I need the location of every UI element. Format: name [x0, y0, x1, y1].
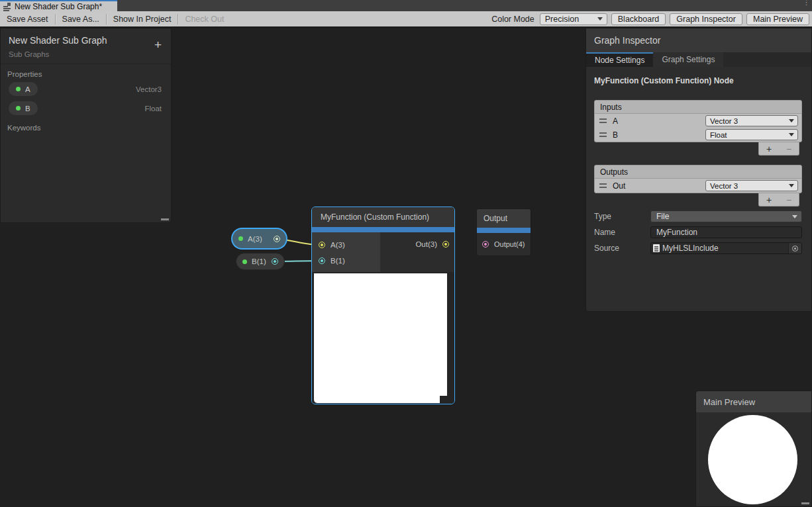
show-in-project-button[interactable]: Show In Project	[107, 11, 178, 26]
source-object-field[interactable]: MyHLSLInclude	[650, 242, 802, 254]
drag-handle-icon[interactable]	[599, 183, 607, 188]
color-mode-value: Precision	[545, 15, 579, 24]
name-value: MyFunction	[656, 228, 697, 237]
chevron-down-icon	[789, 184, 794, 187]
property-node-a-port[interactable]	[274, 236, 280, 242]
panel-resize-handle[interactable]	[801, 502, 809, 504]
precision-bar	[312, 227, 454, 232]
graph-inspector-panel: Graph Inspector Node Settings Graph Sett…	[585, 28, 812, 312]
custom-function-node-title[interactable]: MyFunction (Custom Function)	[312, 207, 454, 227]
document-icon	[653, 244, 660, 252]
outputs-list: Outputs Out Vector 3	[594, 165, 802, 193]
input-a-type-value: Vector 3	[710, 117, 738, 125]
type-dropdown[interactable]: File	[650, 210, 802, 222]
chevron-down-icon	[597, 17, 603, 21]
exposed-dot-icon	[16, 106, 21, 111]
property-node-a[interactable]: A(3)	[232, 229, 286, 248]
precision-bar	[477, 228, 531, 233]
input-a-type-dropdown[interactable]: Vector 3	[705, 115, 798, 126]
blackboard-panel: New Shader Sub Graph Sub Graphs + Proper…	[0, 28, 172, 223]
port-icon[interactable]	[319, 257, 325, 264]
drag-handle-icon[interactable]	[599, 132, 607, 137]
save-asset-button[interactable]: Save Asset	[0, 11, 55, 26]
port-icon[interactable]	[482, 241, 489, 248]
output-node[interactable]: Output Output(4)	[476, 208, 531, 256]
panel-resize-handle[interactable]	[161, 218, 169, 220]
name-label: Name	[594, 228, 650, 237]
input-port-b[interactable]: B(1)	[319, 257, 345, 265]
output-type-dropdown[interactable]: Vector 3	[705, 180, 798, 191]
document-tab[interactable]: New Shader Sub Graph*	[0, 0, 117, 11]
custom-function-node[interactable]: MyFunction (Custom Function) A(3) B(1) O…	[311, 207, 455, 404]
node-ports: A(3) B(1) Out(3)	[312, 232, 454, 272]
blackboard-subtitle: Sub Graphs	[9, 50, 163, 58]
input-name: B	[613, 130, 618, 140]
chevron-down-icon	[789, 119, 794, 122]
input-port-b-label: B(1)	[330, 257, 345, 265]
property-node-b-port[interactable]	[272, 258, 278, 265]
add-output-button[interactable]: +	[759, 193, 779, 206]
shader-graph-icon	[3, 3, 11, 11]
name-field-row: Name MyFunction	[594, 226, 802, 238]
object-picker-button[interactable]	[788, 243, 801, 254]
main-preview-body[interactable]	[696, 412, 811, 506]
input-port-a[interactable]: A(3)	[319, 241, 345, 249]
main-preview-title[interactable]: Main Preview	[696, 391, 811, 412]
window-menu-icon[interactable]: ⋮	[803, 1, 807, 4]
blackboard-title: New Shader Sub Graph	[9, 35, 163, 46]
add-input-button[interactable]: +	[759, 142, 779, 155]
drag-handle-icon[interactable]	[599, 118, 607, 123]
output-port-out[interactable]: Out(3)	[415, 240, 449, 248]
preview-sphere	[708, 415, 797, 504]
tab-node-settings[interactable]: Node Settings	[586, 52, 653, 67]
tab-graph-settings[interactable]: Graph Settings	[653, 52, 723, 67]
outputs-add-remove: + −	[758, 193, 799, 207]
property-node-b-label: B(1)	[252, 257, 266, 265]
port-icon[interactable]	[442, 241, 449, 248]
port-icon[interactable]	[319, 242, 325, 248]
check-out-button: Check Out	[178, 11, 230, 26]
preview-resize-corner[interactable]	[440, 396, 447, 403]
output-node-port[interactable]: Output(4)	[482, 240, 525, 248]
node-preview-image	[314, 273, 447, 403]
toolbar-left: Save Asset Save As... Show In Project Ch…	[0, 11, 230, 26]
outputs-list-header: Outputs	[595, 165, 801, 179]
property-pill[interactable]: B	[9, 101, 38, 115]
outputs-row-out[interactable]: Out Vector 3	[595, 179, 801, 193]
input-b-type-dropdown[interactable]: Float	[705, 129, 798, 140]
inspector-tabs: Node Settings Graph Settings	[586, 52, 811, 67]
output-node-body: Output(4)	[477, 233, 531, 256]
graph-inspector-title[interactable]: Graph Inspector	[586, 28, 811, 52]
blackboard-toggle-button[interactable]: Blackboard	[611, 13, 666, 25]
output-name: Out	[613, 181, 625, 191]
keywords-section-label: Keywords	[1, 118, 171, 133]
save-as-button[interactable]: Save As...	[56, 11, 106, 26]
input-name: A	[613, 116, 618, 126]
inputs-row-b[interactable]: B Float	[595, 128, 801, 142]
main-preview-toggle-button[interactable]: Main Preview	[746, 13, 809, 25]
inputs-row-a[interactable]: A Vector 3	[595, 114, 801, 128]
remove-output-button[interactable]: −	[779, 193, 799, 206]
property-name: B	[25, 105, 30, 113]
graph-inspector-toggle-button[interactable]: Graph Inspector	[670, 13, 742, 25]
inputs-list: Inputs A Vector 3 B Float	[594, 100, 802, 142]
property-node-b[interactable]: B(1)	[236, 253, 285, 270]
blackboard-property-b[interactable]: B Float	[1, 99, 171, 118]
blackboard-property-a[interactable]: A Vector3	[1, 79, 171, 99]
type-label: Type	[594, 212, 650, 221]
property-name: A	[25, 85, 30, 93]
node-inputs-column	[312, 232, 380, 272]
remove-input-button[interactable]: −	[779, 142, 799, 155]
output-node-title[interactable]: Output	[477, 209, 531, 228]
source-value: MyHLSLInclude	[662, 244, 719, 253]
output-node-port-label: Output(4)	[494, 240, 525, 248]
property-type: Float	[144, 105, 162, 113]
name-input[interactable]: MyFunction	[650, 226, 802, 238]
blackboard-header: New Shader Sub Graph Sub Graphs +	[1, 28, 171, 64]
add-property-button[interactable]: +	[154, 39, 162, 51]
window-tab-strip: New Shader Sub Graph* ⋮	[0, 0, 812, 11]
color-mode-dropdown[interactable]: Precision	[540, 13, 607, 25]
input-port-a-label: A(3)	[330, 241, 345, 249]
property-pill[interactable]: A	[9, 82, 38, 96]
output-type-value: Vector 3	[710, 182, 738, 190]
